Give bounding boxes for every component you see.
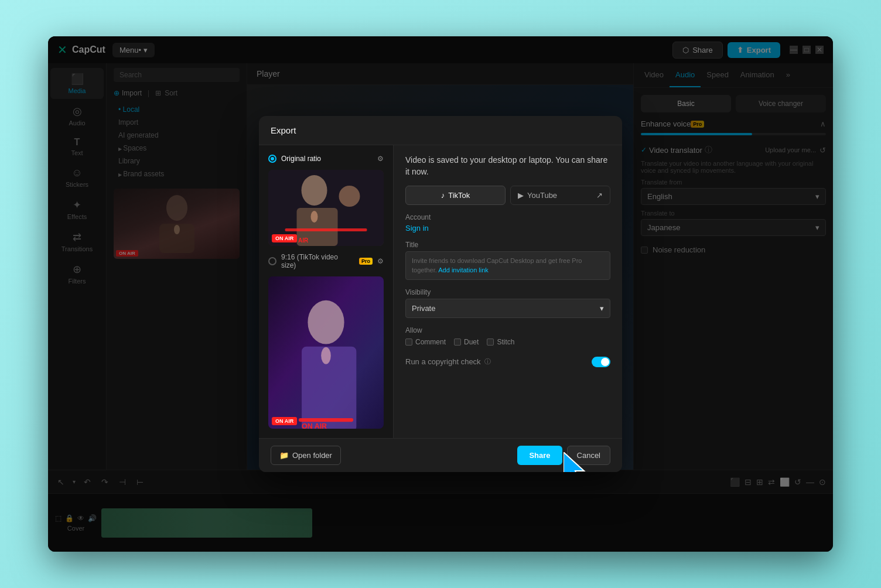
svg-rect-15	[299, 418, 353, 422]
copyright-info-icon[interactable]: ⓘ	[484, 357, 491, 366]
account-section: Account Sign in	[405, 213, 610, 233]
sign-in-link[interactable]: Sign in	[405, 224, 610, 233]
comment-checkbox-box	[405, 339, 412, 346]
copyright-section: Run a copyright check ⓘ	[405, 354, 610, 370]
svg-point-6	[311, 211, 318, 223]
open-folder-button[interactable]: 📁 Open folder	[271, 446, 341, 465]
title-section: Title Invite friends to download CapCut …	[405, 241, 610, 280]
folder-icon: 📁	[279, 451, 289, 460]
preview-option-916[interactable]: 9:16 (TikTok video size) Pro ⚙	[268, 253, 384, 269]
title-input[interactable]: Invite friends to download CapCut Deskto…	[405, 251, 610, 280]
share-action-button[interactable]: Share	[517, 446, 562, 465]
duet-checkbox-box	[454, 339, 461, 346]
copyright-toggle[interactable]	[592, 357, 610, 367]
preview-badge-2: ON AIR	[272, 417, 297, 425]
preview-box-original: ON AIR ON AIR	[268, 170, 384, 246]
youtube-button[interactable]: ▶ YouTube ↗	[510, 186, 610, 205]
settings-icon[interactable]: ⚙	[377, 155, 384, 163]
modal-footer: 📁 Open folder Share Cancel	[259, 438, 622, 472]
visibility-chevron-icon: ▾	[600, 304, 604, 313]
svg-text:ON AIR: ON AIR	[302, 422, 327, 429]
radio-original	[268, 155, 276, 163]
visibility-select[interactable]: Private ▾	[405, 299, 610, 318]
visibility-label: Visibility	[405, 288, 610, 296]
pro-badge-916: Pro	[359, 258, 373, 265]
svg-point-14	[321, 347, 331, 364]
tiktok-icon: ♪	[441, 191, 445, 200]
allow-section: Allow Comment Duet	[405, 326, 610, 346]
stitch-checkbox[interactable]: Stitch	[487, 338, 514, 346]
youtube-arrow-icon: ↗	[596, 191, 603, 200]
copyright-label: Run a copyright check ⓘ	[405, 357, 491, 366]
svg-point-7	[339, 186, 360, 207]
toggle-thumb	[601, 358, 609, 366]
modal-header: Export	[259, 116, 622, 145]
radio-916	[268, 257, 276, 265]
visibility-section: Visibility Private ▾	[405, 288, 610, 318]
settings-916-icon[interactable]: ⚙	[377, 257, 384, 265]
footer-actions: Share Cancel	[517, 446, 610, 465]
preview-image-original: ON AIR ON AIR	[268, 170, 384, 246]
youtube-icon: ▶	[518, 191, 524, 200]
svg-rect-8	[285, 228, 367, 231]
modal-settings-panel: Video is saved to your desktop or laptop…	[394, 145, 622, 438]
title-field-label: Title	[405, 241, 610, 249]
save-message: Video is saved to your desktop or laptop…	[405, 155, 610, 177]
svg-point-12	[308, 300, 344, 344]
preview-option-original[interactable]: Original ratio ⚙	[268, 155, 384, 163]
svg-point-4	[302, 175, 327, 206]
stitch-checkbox-box	[487, 339, 494, 346]
export-modal: Export Original ratio ⚙	[259, 116, 622, 472]
app-window: ✕ CapCut Menu• ▾ ⬡ Share ⬆ Export — □ ✕	[48, 36, 833, 552]
tiktok-button[interactable]: ♪ TikTok	[405, 186, 506, 205]
cancel-button[interactable]: Cancel	[567, 446, 610, 465]
preview-person-svg-2: ON AIR	[268, 276, 384, 429]
preview-badge-1: ON AIR	[272, 234, 297, 242]
add-invitation-link[interactable]: Add invitation link	[438, 266, 489, 274]
modal-preview-panel: Original ratio ⚙ ON	[259, 145, 394, 438]
modal-overlay: Export Original ratio ⚙	[48, 36, 833, 552]
allow-checkboxes: Comment Duet Stitch	[405, 338, 610, 346]
modal-body: Original ratio ⚙ ON	[259, 145, 622, 438]
preview-box-916: ON AIR ON AIR	[268, 276, 384, 429]
title-placeholder-text: Invite friends to download CapCut Deskto…	[412, 257, 582, 273]
duet-checkbox[interactable]: Duet	[454, 338, 479, 346]
allow-label: Allow	[405, 326, 610, 334]
comment-checkbox[interactable]: Comment	[405, 338, 446, 346]
preview-image-916: ON AIR ON AIR	[268, 276, 384, 429]
account-label: Account	[405, 213, 610, 221]
platform-tabs: ♪ TikTok ▶ YouTube ↗	[405, 186, 610, 205]
